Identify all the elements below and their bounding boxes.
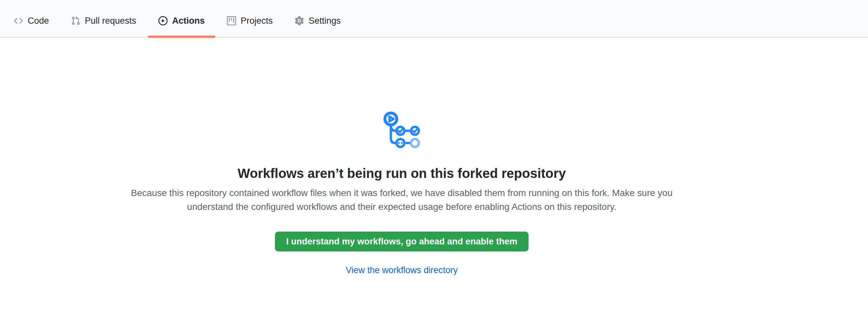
- play-circle-icon: [158, 16, 167, 25]
- workflows-directory-link[interactable]: View the workflows directory: [346, 265, 458, 275]
- project-board-icon: [227, 16, 236, 25]
- enable-workflows-button[interactable]: I understand my workflows, go ahead and …: [275, 231, 528, 251]
- git-pull-request-icon: [71, 16, 80, 25]
- tab-pull-requests[interactable]: Pull requests: [61, 0, 147, 37]
- tab-projects[interactable]: Projects: [217, 0, 283, 37]
- actions-blankslate: Workflows aren’t being run on this forke…: [0, 111, 803, 275]
- tab-code[interactable]: Code: [4, 0, 59, 37]
- tab-label: Pull requests: [85, 16, 136, 26]
- tab-settings[interactable]: Settings: [284, 0, 351, 37]
- blankslate-title: Workflows aren’t being run on this forke…: [0, 165, 803, 182]
- gear-icon: [295, 16, 304, 25]
- tab-label: Settings: [309, 16, 341, 26]
- tab-label: Actions: [172, 16, 205, 26]
- workflow-graph-icon: [0, 111, 803, 150]
- blankslate-description: Because this repository contained workfl…: [128, 186, 675, 214]
- tab-label: Projects: [241, 16, 273, 26]
- code-icon: [14, 16, 23, 25]
- tab-actions[interactable]: Actions: [148, 0, 215, 37]
- repo-tab-nav: Code Pull requests Actions Projects Sett…: [0, 0, 868, 38]
- tab-label: Code: [28, 16, 49, 26]
